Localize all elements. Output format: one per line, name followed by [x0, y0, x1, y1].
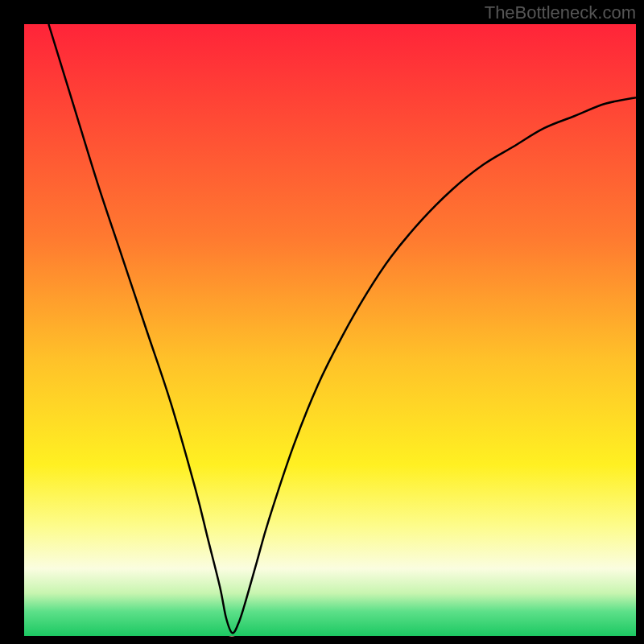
chart-svg [24, 24, 636, 636]
plot-area [24, 24, 636, 636]
watermark-text: TheBottleneck.com [485, 2, 636, 23]
gradient-background [24, 24, 636, 636]
